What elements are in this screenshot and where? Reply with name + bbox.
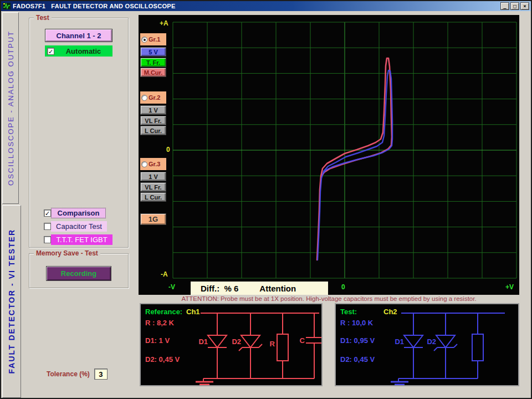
capacitor-test-label: Capacitor Test	[51, 221, 107, 232]
gr3-label: Gr.3	[149, 161, 160, 167]
vi-curve-plot	[139, 15, 519, 295]
test-groupbox-label: Test	[34, 14, 52, 22]
reference-title: Referance:	[145, 308, 182, 316]
gr2-current-button[interactable]: L Cur.	[140, 126, 166, 135]
memory-save-groupbox: Memory Save - Test Recording	[29, 253, 129, 288]
gr2-frequency-button[interactable]: VL Fr.	[140, 116, 166, 125]
y-axis-zero-label: 0	[166, 146, 170, 154]
diff-status-bar: Diff.: % 6 Attention	[191, 282, 328, 295]
ref-d1-component-label: D1	[198, 337, 208, 346]
test-circuit-diagram: D1 D2	[336, 304, 518, 385]
x-axis-right-label: +V	[505, 283, 514, 291]
tolerance-row: Tolerance (%)	[47, 369, 108, 380]
gr3-voltage-button[interactable]: 1 V	[140, 172, 166, 181]
gain-1g-button[interactable]: 1G	[140, 213, 166, 225]
attention-warning-text: ATTENTION: Probe must be at 1X position.…	[139, 295, 519, 302]
title-bar: FADOS7F1 FAULT DETECTOR AND OSCILLOSCOPE…	[1, 1, 531, 11]
gr1-voltage-button[interactable]: 5 V	[140, 47, 166, 57]
test-title: Test:	[340, 308, 357, 316]
ref-c-component-label: C	[300, 336, 305, 345]
minimize-button[interactable]: _	[500, 2, 509, 10]
automatic-row: ✓ Automatic	[45, 45, 112, 57]
gr3-frequency-button[interactable]: VL Fr.	[140, 182, 166, 192]
gr1-header: Gr.1	[140, 33, 166, 45]
ref-r-component-label: R	[270, 340, 275, 348]
ttt-fet-igbt-row: T.T.T. FET IGBT	[44, 234, 112, 245]
comparison-checkbox[interactable]: ✓	[44, 209, 51, 217]
test-groupbox: Test Channel 1 - 2 ✓ Automatic ✓ Compari…	[29, 18, 129, 248]
window-title: FADOS7F1 FAULT DETECTOR AND OSCILLOSCOPE	[13, 3, 499, 9]
reference-circuit-diagram: D1 D2 R C	[141, 304, 321, 385]
tab-oscilloscope-analog-output[interactable]: OSCILLOSCOPE - ANALOG OUTPUT	[2, 12, 19, 204]
gr1-frequency-button[interactable]: T. Fr.	[140, 58, 166, 67]
close-button[interactable]: ×	[520, 2, 529, 10]
recording-button[interactable]: Recording	[46, 266, 111, 281]
gr2-label: Gr.2	[149, 94, 160, 101]
capacitor-test-checkbox[interactable]	[44, 223, 51, 230]
ch1-reference-trace	[317, 58, 392, 260]
reference-d2-value: D2: 0,45 V	[145, 355, 180, 364]
ref-d2-component-label: D2	[232, 337, 241, 346]
gr1-label: Gr.1	[149, 36, 160, 43]
comparison-row: ✓ Comparison	[44, 208, 106, 218]
app-icon[interactable]	[3, 2, 11, 10]
gr3-current-button[interactable]: L Cur.	[140, 192, 166, 202]
attention-status: Attention	[259, 284, 296, 293]
comparison-label: Comparison	[51, 208, 106, 218]
gr2-voltage-button[interactable]: 1 V	[140, 105, 166, 115]
reference-resistance-value: R : 8,2 K	[145, 319, 174, 327]
memory-save-groupbox-label: Memory Save - Test	[34, 249, 100, 257]
tab-fault-detector-vi-tester[interactable]: FAULT DETECTOR - VI TESTER	[2, 205, 21, 398]
tab-fault-detector-label: FAULT DETECTOR - VI TESTER	[7, 229, 16, 374]
test-d1-component-label: D1	[395, 337, 404, 346]
automatic-checkbox[interactable]: ✓	[47, 48, 54, 55]
ttt-fet-igbt-checkbox[interactable]	[44, 236, 51, 243]
gr2-header: Gr.2	[140, 91, 166, 104]
y-axis-bottom-label: -A	[161, 270, 168, 278]
gr1-radio[interactable]	[141, 37, 147, 43]
x-axis-zero-label: 0	[341, 283, 345, 291]
reference-d1-value: D1: 1 V	[145, 336, 170, 345]
test-resistance-value: R : 10,0 K	[340, 319, 373, 327]
reference-circuit-panel: D1 D2 R C Referance: Ch1 R : 8,2 K D1: 1…	[140, 303, 323, 386]
channel-1-2-button[interactable]: Channel 1 - 2	[45, 29, 112, 42]
app-window: FADOS7F1 FAULT DETECTOR AND OSCILLOSCOPE…	[0, 0, 532, 399]
tolerance-label: Tolerance (%)	[47, 370, 90, 378]
automatic-label: Automatic	[54, 47, 112, 55]
gr2-radio[interactable]	[141, 95, 147, 101]
test-d1-value: D1: 0,95 V	[340, 336, 375, 345]
reference-channel: Ch1	[186, 308, 200, 316]
y-axis-top-label: +A	[160, 19, 168, 27]
ttt-fet-igbt-label: T.T.T. FET IGBT	[51, 234, 112, 245]
diff-value: Diff.: % 6	[201, 284, 238, 293]
oscilloscope-display: +A 0 -A -V 0 +V Gr.1 5 V T. Fr. M.Cur. G…	[139, 15, 519, 295]
gr3-radio[interactable]	[141, 161, 147, 167]
tolerance-input[interactable]	[94, 369, 108, 380]
test-d2-component-label: D2	[427, 337, 436, 346]
gr1-current-button[interactable]: M.Cur.	[140, 68, 166, 77]
x-axis-left-label: -V	[168, 283, 175, 291]
capacitor-test-row: Capacitor Test	[44, 221, 107, 232]
gr3-header: Gr.3	[140, 158, 166, 170]
restore-button[interactable]: □	[510, 2, 519, 10]
test-circuit-panel: D1 D2 Test: Ch2 R : 10,0 K D1: 0,95 V D2…	[335, 303, 519, 386]
tab-oscilloscope-label: OSCILLOSCOPE - ANALOG OUTPUT	[7, 30, 15, 186]
test-channel: Ch2	[383, 308, 397, 316]
test-d2-value: D2: 0,45 V	[340, 355, 375, 364]
scope-grid	[173, 22, 516, 278]
